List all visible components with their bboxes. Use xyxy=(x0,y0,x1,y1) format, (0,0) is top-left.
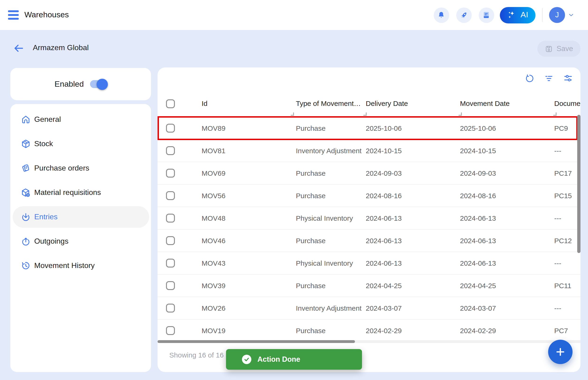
notifications-button[interactable] xyxy=(433,7,449,23)
sidebar-item-movement-history[interactable]: Movement History xyxy=(13,253,149,278)
sidebar-item-entries[interactable]: Entries xyxy=(13,206,149,228)
sidebar-item-label: Purchase orders xyxy=(34,164,89,172)
save-button-label: Save xyxy=(557,44,573,53)
cell-movement-date: 2024-04-25 xyxy=(460,275,496,297)
purchase-orders-icon xyxy=(21,163,31,173)
sidebar-item-label: Material requisitions xyxy=(34,188,101,197)
table-header-row: Id Type of Movement… Delivery Date Movem… xyxy=(158,67,581,117)
sidebar-item-label: General xyxy=(34,115,61,124)
notes-button[interactable] xyxy=(479,7,494,23)
column-resize-handle[interactable] xyxy=(459,113,462,116)
back-button[interactable] xyxy=(13,43,24,54)
app-root: Warehouses xyxy=(0,0,588,380)
column-resize-handle[interactable] xyxy=(553,113,557,116)
entries-icon xyxy=(21,212,31,222)
column-resize-handle[interactable] xyxy=(291,113,294,116)
page-title: Armazem Global xyxy=(33,44,89,52)
table-row[interactable]: MOV48 Physical Inventory 2024-06-13 2024… xyxy=(158,207,581,229)
row-checkbox[interactable] xyxy=(166,281,175,290)
horizontal-scrollbar-track xyxy=(158,340,581,343)
row-checkbox[interactable] xyxy=(166,191,175,200)
table-row[interactable]: MOV26 Inventory Adjustment 2024-03-07 20… xyxy=(158,297,581,320)
sidebar-item-general[interactable]: General xyxy=(13,107,149,132)
row-checkbox[interactable] xyxy=(166,169,175,178)
cell-delivery-date: 2025-10-06 xyxy=(366,117,402,140)
cell-movement-date: 2025-10-06 xyxy=(460,117,496,140)
table-row[interactable]: MOV56 Purchase 2024-08-16 2024-08-16 PC1… xyxy=(158,185,581,207)
table-row[interactable]: MOV69 Purchase 2024-09-03 2024-09-03 PC1… xyxy=(158,162,581,185)
table-row[interactable]: MOV39 Purchase 2024-04-25 2024-04-25 PC1… xyxy=(158,275,581,297)
column-header-document: Documer xyxy=(554,96,581,111)
cell-id: MOV56 xyxy=(202,185,225,207)
cell-id: MOV46 xyxy=(202,229,225,252)
arrow-left-icon xyxy=(13,43,24,54)
cell-id: MOV48 xyxy=(202,207,225,229)
horizontal-scrollbar[interactable] xyxy=(158,340,355,343)
vertical-scrollbar[interactable] xyxy=(577,115,581,253)
row-checkbox[interactable] xyxy=(166,259,175,267)
cell-id: MOV26 xyxy=(202,297,225,320)
table-row[interactable]: MOV81 Inventory Adjustment 2024-10-15 20… xyxy=(158,140,581,162)
toast-message: Action Done xyxy=(257,355,300,364)
sparkles-icon xyxy=(507,10,517,20)
row-checkbox[interactable] xyxy=(166,124,175,133)
topbar-actions: AI J xyxy=(433,0,574,30)
cell-document: --- xyxy=(554,207,561,229)
cell-type: Purchase xyxy=(296,162,326,185)
launch-button[interactable] xyxy=(456,7,471,23)
top-bar: Warehouses xyxy=(0,0,588,30)
add-entry-button[interactable] xyxy=(548,340,572,364)
sidebar-item-purchase-orders[interactable]: Purchase orders xyxy=(13,156,149,180)
row-checkbox[interactable] xyxy=(166,146,175,155)
cell-movement-date: 2024-03-07 xyxy=(460,297,496,320)
table-row[interactable]: MOV89 Purchase 2025-10-06 2025-10-06 PC9 xyxy=(158,117,581,140)
cell-delivery-date: 2024-06-13 xyxy=(366,207,402,229)
sidebar-item-label: Stock xyxy=(34,140,53,148)
avatar-initial: J xyxy=(555,11,559,19)
material-requisitions-icon xyxy=(21,188,31,198)
topbar-divider xyxy=(542,8,543,22)
user-avatar[interactable]: J xyxy=(549,7,565,23)
cell-delivery-date: 2024-04-25 xyxy=(366,275,402,297)
sidebar-item-material-requisitions[interactable]: Material requisitions xyxy=(13,180,149,205)
cell-document: PC7 xyxy=(554,320,568,342)
cell-type: Purchase xyxy=(296,275,326,297)
cell-delivery-date: 2024-08-16 xyxy=(366,185,402,207)
entries-table-card: Id Type of Movement… Delivery Date Movem… xyxy=(158,67,581,372)
save-button[interactable]: Save xyxy=(537,41,581,57)
cell-id: MOV81 xyxy=(202,140,225,162)
row-checkbox[interactable] xyxy=(166,304,175,313)
cell-id: MOV89 xyxy=(202,117,225,140)
cell-movement-date: 2024-10-15 xyxy=(460,140,496,162)
sidebar-item-label: Movement History xyxy=(34,262,95,270)
document-icon xyxy=(482,11,490,19)
enabled-toggle[interactable] xyxy=(90,80,107,88)
row-checkbox[interactable] xyxy=(166,236,175,245)
save-icon xyxy=(545,45,553,53)
cell-movement-date: 2024-09-03 xyxy=(460,162,496,185)
sidebar-item-stock[interactable]: Stock xyxy=(13,132,149,156)
cell-delivery-date: 2024-06-13 xyxy=(366,252,402,275)
table-row[interactable]: MOV43 Physical Inventory 2024-06-13 2024… xyxy=(158,252,581,275)
cell-document: PC9 xyxy=(554,117,568,140)
sidebar-item-outgoings[interactable]: Outgoings xyxy=(13,229,149,253)
select-all-checkbox[interactable] xyxy=(166,99,175,108)
ai-assistant-button[interactable]: AI xyxy=(500,7,535,23)
hamburger-menu-button[interactable] xyxy=(8,10,19,20)
column-resize-handle[interactable] xyxy=(364,113,367,116)
user-menu-chevron[interactable] xyxy=(568,12,574,18)
cell-delivery-date: 2024-06-13 xyxy=(366,229,402,252)
cell-movement-date: 2024-02-29 xyxy=(460,320,496,342)
cell-movement-date: 2024-06-13 xyxy=(460,207,496,229)
cell-id: MOV39 xyxy=(202,275,225,297)
cell-type: Physical Inventory xyxy=(296,252,353,275)
row-checkbox[interactable] xyxy=(166,326,175,335)
cell-type: Inventory Adjustment xyxy=(296,297,362,320)
table-row[interactable]: MOV19 Purchase 2024-02-29 2024-02-29 PC7 xyxy=(158,320,581,342)
plus-icon xyxy=(554,346,567,358)
table-row[interactable]: MOV46 Purchase 2024-06-13 2024-06-13 PC1… xyxy=(158,229,581,252)
row-checkbox[interactable] xyxy=(166,214,175,223)
cell-document: PC15 xyxy=(554,185,572,207)
enabled-card: Enabled xyxy=(10,68,151,100)
cell-type: Purchase xyxy=(296,117,326,140)
